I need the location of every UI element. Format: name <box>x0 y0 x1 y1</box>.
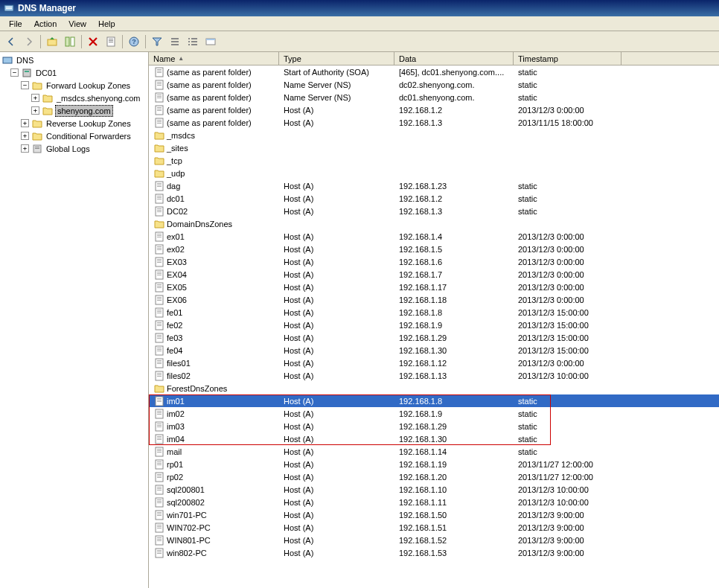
folder-icon <box>31 130 43 142</box>
record-icon <box>153 472 165 482</box>
list-row[interactable]: _tcp <box>149 154 719 167</box>
collapse-icon[interactable]: − <box>10 68 19 77</box>
list-row[interactable]: _sites <box>149 141 719 154</box>
list-row[interactable]: (same as parent folder)Name Server (NS)d… <box>149 91 719 103</box>
list-row[interactable]: EX06Host (A)192.168.1.182013/12/3 0:00:0… <box>149 293 719 306</box>
list-row[interactable]: win802-PCHost (A)192.168.1.532013/12/3 9… <box>149 546 719 559</box>
folder-icon <box>153 383 165 394</box>
list-row[interactable]: ex01Host (A)192.168.1.42013/12/3 0:00:00 <box>149 230 719 243</box>
list-row[interactable]: EX05Host (A)192.168.1.172013/12/3 0:00:0… <box>149 281 719 293</box>
cell-timestamp: static <box>514 447 621 457</box>
manage-button[interactable] <box>202 33 219 50</box>
list-panel[interactable]: Name▲ Type Data Timestamp (same as paren… <box>149 52 719 588</box>
tree-rlz[interactable]: + Reverse Lookup Zones <box>1 117 147 130</box>
list-row[interactable]: fe01Host (A)192.168.1.82013/12/3 15:00:0… <box>149 306 719 319</box>
list-row[interactable]: dc01Host (A)192.168.1.2static <box>149 192 719 205</box>
properties-button[interactable] <box>103 33 119 50</box>
svg-rect-148 <box>157 515 162 516</box>
delete-button[interactable] <box>85 33 101 50</box>
up-button[interactable] <box>44 33 60 50</box>
record-icon <box>153 231 165 242</box>
tree-gl[interactable]: + Global Logs <box>1 142 147 155</box>
column-timestamp[interactable]: Timestamp <box>514 52 621 65</box>
list-row[interactable]: mailHost (A)192.168.1.14static <box>149 445 719 458</box>
svg-rect-34 <box>157 82 162 83</box>
list-button-1[interactable] <box>167 33 183 50</box>
cell-timestamp: 2013/12/3 15:00:00 <box>514 320 621 330</box>
list-row[interactable]: rp01Host (A)192.168.1.192013/11/27 12:00… <box>149 458 719 470</box>
list-row[interactable]: ForestDnsZones <box>149 382 719 394</box>
cell-type: Host (A) <box>279 105 394 115</box>
list-row[interactable]: (same as parent folder)Name Server (NS)d… <box>149 78 719 91</box>
tree-shenyong-zone[interactable]: + shenyong.com <box>1 104 147 117</box>
list-row[interactable]: rp02Host (A)192.168.1.202013/11/27 12:00… <box>149 470 719 483</box>
column-name[interactable]: Name▲ <box>149 52 279 65</box>
menu-action[interactable]: Action <box>28 18 63 30</box>
filter-button[interactable] <box>149 33 165 50</box>
list-row[interactable]: fe03Host (A)192.168.1.292013/12/3 15:00:… <box>149 331 719 344</box>
svg-rect-122 <box>157 436 162 437</box>
show-hide-button[interactable] <box>62 33 78 50</box>
cell-name: dag <box>149 180 279 192</box>
list-row[interactable]: files01Host (A)192.168.1.122013/12/3 0:0… <box>149 357 719 369</box>
tree-flz[interactable]: − Forward Lookup Zones <box>1 79 147 92</box>
cell-type: Host (A) <box>279 497 394 508</box>
list-row[interactable]: EX04Host (A)192.168.1.72013/12/3 0:00:00 <box>149 268 719 281</box>
expand-icon[interactable]: + <box>21 132 29 140</box>
cell-timestamp: 2013/12/3 0:00:00 <box>514 295 621 305</box>
list-row[interactable]: DomainDnsZones <box>149 217 719 230</box>
svg-rect-126 <box>157 449 162 450</box>
tree-cf[interactable]: + Conditional Forwarders <box>1 130 147 142</box>
cell-data <box>394 147 514 149</box>
list-row[interactable]: EX03Host (A)192.168.1.62013/12/3 0:00:00 <box>149 255 719 268</box>
tree-panel[interactable]: DNS − DC01 − Forward Lookup Zones + _msd… <box>0 52 149 588</box>
expand-icon[interactable]: + <box>31 94 39 102</box>
list-row[interactable]: im01Host (A)192.168.1.8static <box>149 394 719 407</box>
list-row[interactable]: fe02Host (A)192.168.1.92013/12/3 15:00:0… <box>149 319 719 331</box>
list-row[interactable]: sql200801Host (A)192.168.1.102013/12/3 1… <box>149 483 719 496</box>
list-row[interactable]: (same as parent folder)Start of Authorit… <box>149 65 719 78</box>
collapse-icon[interactable]: − <box>21 81 29 89</box>
list-button-2[interactable] <box>185 33 201 50</box>
list-row[interactable]: fe04Host (A)192.168.1.302013/12/3 15:00:… <box>149 344 719 357</box>
column-type[interactable]: Type <box>279 52 394 65</box>
list-row[interactable]: DC02Host (A)192.168.1.3static <box>149 205 719 217</box>
help-button[interactable]: ? <box>126 33 142 50</box>
record-icon <box>153 497 165 508</box>
list-row[interactable]: dagHost (A)192.168.1.23static <box>149 179 719 192</box>
svg-rect-47 <box>157 121 162 122</box>
list-row[interactable]: _msdcs <box>149 129 719 141</box>
list-row[interactable]: WIN801-PCHost (A)192.168.1.522013/12/3 9… <box>149 534 719 546</box>
menu-help[interactable]: Help <box>92 18 121 30</box>
list-row[interactable]: im02Host (A)192.168.1.9static <box>149 407 719 420</box>
svg-rect-139 <box>157 488 162 489</box>
expand-icon[interactable]: + <box>21 119 29 127</box>
cell-type: Host (A) <box>279 409 394 419</box>
list-row[interactable]: WIN702-PCHost (A)192.168.1.512013/12/3 9… <box>149 521 719 534</box>
svg-rect-16 <box>191 38 197 39</box>
list-row[interactable]: ex02Host (A)192.168.1.52013/12/3 0:00:00 <box>149 243 719 255</box>
svg-rect-12 <box>171 38 179 39</box>
column-data[interactable]: Data <box>394 52 514 65</box>
list-row[interactable]: (same as parent folder)Host (A)192.168.1… <box>149 116 719 129</box>
tree-dns-root[interactable]: DNS <box>1 54 147 66</box>
zone-icon <box>42 92 54 104</box>
tree-msdcs-zone[interactable]: + _msdcs.shenyong.com <box>1 92 147 104</box>
zone-icon <box>42 105 54 117</box>
menu-view[interactable]: View <box>63 18 92 30</box>
list-row[interactable]: win701-PCHost (A)192.168.1.502013/12/3 9… <box>149 508 719 521</box>
forward-button[interactable] <box>21 33 37 50</box>
expand-icon[interactable]: + <box>21 144 29 153</box>
cell-data <box>394 173 514 174</box>
list-row[interactable]: files02Host (A)192.168.1.132013/12/3 10:… <box>149 369 719 382</box>
expand-icon[interactable]: + <box>31 106 39 115</box>
list-row[interactable]: _udp <box>149 167 719 179</box>
menu-file[interactable]: File <box>3 18 28 30</box>
list-row[interactable]: sql200802Host (A)192.168.1.112013/12/3 1… <box>149 496 719 508</box>
back-button[interactable] <box>3 33 19 50</box>
tree-server[interactable]: − DC01 <box>1 66 147 79</box>
cell-type <box>279 135 394 136</box>
list-row[interactable]: im03Host (A)192.168.1.29static <box>149 420 719 432</box>
list-row[interactable]: im04Host (A)192.168.1.30static <box>149 432 719 445</box>
list-row[interactable]: (same as parent folder)Host (A)192.168.1… <box>149 103 719 116</box>
